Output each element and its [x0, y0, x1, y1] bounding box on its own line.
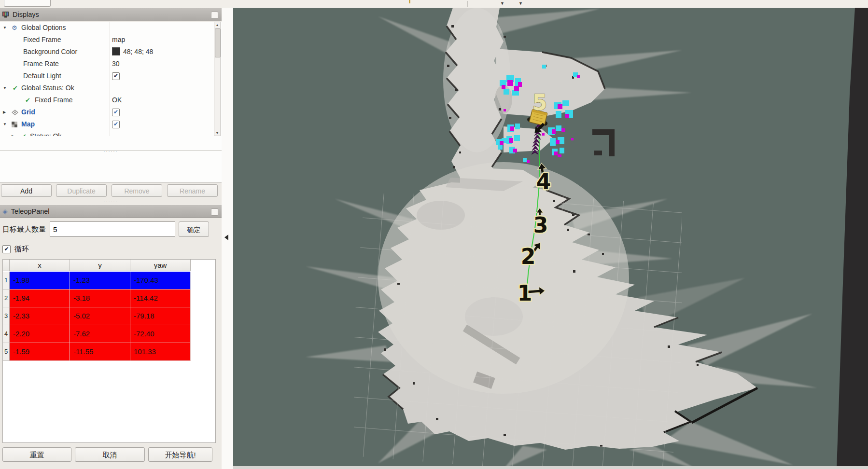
row-value[interactable]: 30: [112, 58, 120, 70]
tree-row-global-options[interactable]: ▼ ⚙ Global Options: [0, 22, 214, 34]
waypoint-label-2: 2: [521, 244, 536, 269]
row-value[interactable]: 48; 48; 48: [112, 46, 153, 58]
grid-enable-checkbox[interactable]: ✔: [112, 109, 120, 116]
toolbar-dropdown-caret-2[interactable]: ▼: [518, 0, 523, 6]
loop-row: ✔ 循环: [2, 244, 29, 254]
cell-y[interactable]: -7.62: [70, 325, 130, 343]
collapse-icon[interactable]: ▼: [3, 82, 9, 94]
row-number[interactable]: 1: [3, 272, 10, 290]
tree-row-map[interactable]: ▼ Map ✔: [0, 118, 214, 130]
cell-x[interactable]: -2.33: [10, 307, 70, 325]
add-button[interactable]: Add: [1, 184, 52, 197]
row-value[interactable]: map: [112, 34, 125, 46]
panel-viewport-splitter[interactable]: [222, 8, 233, 469]
goal-count-label: 目标最大数量: [2, 221, 46, 237]
row-label: Global Status: Ok: [21, 82, 74, 94]
toolbar-button-partial[interactable]: [4, 0, 51, 7]
teleop-panel-title: TeleopPanel: [11, 207, 50, 215]
cell-y[interactable]: -3.18: [70, 290, 130, 307]
left-panel: Displays ▼ ⚙ Global Options Fixed Frame …: [0, 8, 222, 469]
tree-row-default-light[interactable]: Default Light ✔: [0, 70, 214, 82]
tree-row-grid[interactable]: ▶ Grid ✔: [0, 106, 214, 118]
header-yaw[interactable]: yaw: [130, 260, 191, 271]
tree-row-fixed-frame[interactable]: Fixed Frame map: [0, 34, 214, 46]
cell-x[interactable]: -1.59: [10, 343, 70, 361]
cell-x[interactable]: -1.98: [10, 272, 70, 290]
displays-float-button[interactable]: [211, 12, 218, 19]
header-y[interactable]: y: [70, 260, 130, 271]
remove-button: Remove: [112, 184, 162, 197]
expand-icon[interactable]: ▶: [12, 130, 17, 136]
row-number[interactable]: 5: [3, 343, 10, 361]
scrollbar-thumb[interactable]: [215, 28, 221, 57]
row-label: Fixed Frame: [35, 94, 73, 106]
row-label: Background Color: [23, 46, 77, 58]
waypoint-label-1: 1: [518, 281, 532, 305]
3d-viewport[interactable]: 1 2 3 4 5: [233, 8, 868, 469]
default-light-checkbox[interactable]: ✔: [112, 72, 120, 80]
displays-button-row: Add Duplicate Remove Rename: [0, 184, 222, 197]
row-label: Default Light: [23, 70, 61, 82]
rviz-window: { "displays": { "title": "Displays", "tr…: [0, 0, 868, 469]
toolbar-separator: [467, 1, 468, 7]
row-value: ✔: [112, 106, 120, 118]
collapse-icon[interactable]: ▼: [3, 118, 9, 130]
cancel-button[interactable]: 取消: [75, 447, 145, 462]
confirm-button[interactable]: 确定: [179, 221, 209, 237]
row-label: Map: [21, 118, 35, 130]
row-label: Grid: [21, 106, 35, 118]
row-value: OK: [112, 94, 122, 106]
row-label: Global Options: [21, 22, 66, 34]
scroll-down-icon[interactable]: ▼: [214, 130, 220, 136]
row-number[interactable]: 3: [3, 307, 10, 325]
row-label: Fixed Frame: [23, 34, 61, 46]
displays-tree: ▼ ⚙ Global Options Fixed Frame map Backg…: [0, 22, 222, 183]
toolbar-marker: [409, 0, 410, 3]
cell-y[interactable]: -11.55: [70, 343, 130, 361]
row-value: ✔: [112, 118, 120, 130]
status-ok-check-icon: ✔: [21, 130, 27, 136]
cell-x[interactable]: -2.20: [10, 325, 70, 343]
map-render: 1 2 3 4 5: [233, 8, 868, 469]
panel-splitter-dots[interactable]: ······: [0, 200, 222, 203]
cell-yaw[interactable]: -72.40: [130, 325, 191, 343]
reset-button[interactable]: 重置: [2, 447, 71, 462]
tree-row-map-status-clipped[interactable]: ▶ ✔ Status: Ok: [0, 130, 214, 136]
scroll-up-icon[interactable]: ▲: [214, 22, 220, 28]
tree-row-background-color[interactable]: Background Color 48; 48; 48: [0, 46, 214, 58]
row-number[interactable]: 2: [3, 290, 10, 307]
collapse-panel-arrow-icon[interactable]: [224, 234, 228, 240]
tree-row-global-status[interactable]: ▼ ✔ Global Status: Ok: [0, 82, 214, 94]
header-x[interactable]: x: [10, 260, 70, 271]
displays-panel-title: Displays: [13, 11, 39, 18]
cell-y[interactable]: -1.23: [70, 272, 130, 290]
status-ok-check-icon: ✔: [13, 82, 18, 94]
collapse-icon[interactable]: ▼: [3, 22, 9, 34]
teleop-float-button[interactable]: [211, 208, 218, 216]
map-enable-checkbox[interactable]: ✔: [112, 121, 120, 128]
tree-row-frame-rate[interactable]: Frame Rate 30: [0, 58, 214, 70]
cell-yaw[interactable]: -79.18: [130, 307, 191, 325]
expand-icon[interactable]: ▶: [3, 106, 9, 118]
tree-scrollbar[interactable]: ▲ ▼: [214, 22, 221, 136]
corner-header: [3, 260, 10, 271]
waypoint-label-3: 3: [533, 213, 548, 237]
start-navigation-button[interactable]: 开始导航!: [148, 447, 212, 462]
row-number[interactable]: 4: [3, 325, 10, 343]
tree-row-fixed-frame-status[interactable]: ✔ Fixed Frame OK: [0, 94, 214, 106]
teleop-panel-icon: ◈: [2, 207, 8, 215]
splitter-dots: ······: [0, 150, 222, 153]
cell-y[interactable]: -5.02: [70, 307, 130, 325]
cell-x[interactable]: -1.94: [10, 290, 70, 307]
goal-count-input[interactable]: [50, 221, 175, 237]
toolbar-dropdown-caret-1[interactable]: ▼: [500, 0, 504, 6]
cell-yaw[interactable]: 101.33: [130, 343, 191, 361]
displays-panel-titlebar: Displays: [0, 8, 222, 21]
gear-icon: ⚙: [12, 22, 17, 34]
waypoint-table: x y yaw 1 -1.98 -1.23 -170.43 2 -1.94 -3…: [2, 259, 216, 443]
cell-yaw[interactable]: -114.42: [130, 290, 191, 307]
cell-yaw[interactable]: -170.43: [130, 272, 191, 290]
loop-checkbox[interactable]: ✔: [2, 245, 11, 253]
viewport-bottom-strip: [233, 466, 868, 469]
color-swatch: [112, 47, 120, 55]
